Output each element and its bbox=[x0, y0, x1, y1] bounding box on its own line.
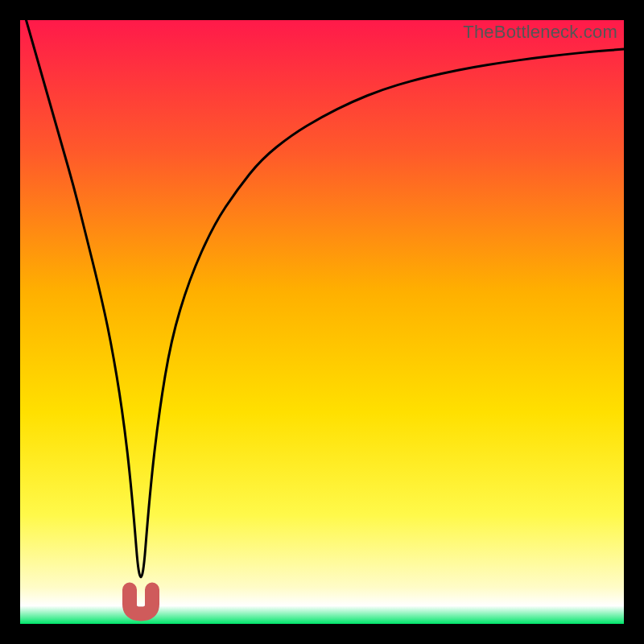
outer-frame: TheBottleneck.com bbox=[0, 0, 644, 644]
chart-plot-area: TheBottleneck.com bbox=[20, 20, 624, 624]
watermark-text: TheBottleneck.com bbox=[463, 22, 617, 43]
gradient-background bbox=[20, 20, 624, 624]
chart-svg bbox=[20, 20, 624, 624]
